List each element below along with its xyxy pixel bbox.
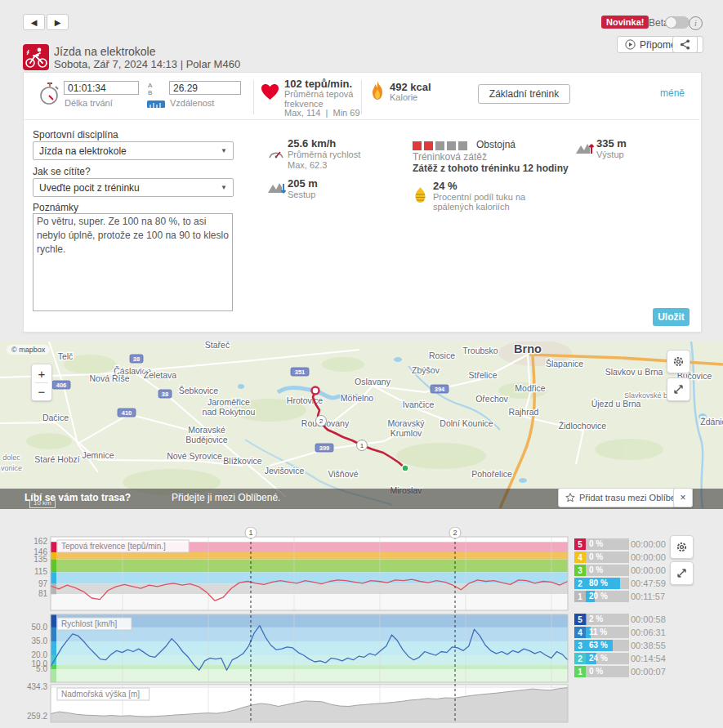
expand-icon [673, 384, 684, 395]
prev-session-button[interactable]: ◀ [23, 14, 45, 30]
svg-text:2: 2 [453, 529, 457, 537]
avg-speed-label: Průměrná rychlost [288, 150, 360, 159]
card-divider [24, 119, 699, 120]
summary-divider [253, 80, 254, 114]
less-link[interactable]: méně [660, 87, 685, 99]
fat-percent-label: Procentní podíl tuku na spálených kalori… [433, 192, 556, 212]
map-town-label: Troubsko [462, 346, 498, 355]
sport-discipline-label: Sportovní disciplína [33, 129, 118, 141]
zone-bar-track: 24 % [586, 653, 629, 664]
speed-zones-panel: 52 %00:00:58411 %00:06:31363 %00:38:5522… [574, 614, 672, 679]
map-zoom-controls: + − [31, 364, 52, 401]
hr-chart-label: Tepová frekvence [tepů/min.] [57, 540, 189, 552]
next-arrow-icon: ▶ [55, 18, 61, 27]
map-town-label: Šebkovice [179, 386, 219, 395]
map-settings-button[interactable] [667, 350, 690, 373]
map-town-label: dolec [2, 453, 20, 462]
notes-label: Poznámky [33, 202, 78, 213]
notes-textarea[interactable]: Po větru, super. Ze 100 na 80 %, to asi … [33, 213, 233, 311]
chevron-down-icon: ▼ [221, 147, 227, 154]
gear-icon [672, 355, 685, 368]
feeling-select[interactable]: Uveďte pocit z tréninku▼ [33, 178, 234, 197]
map-town-label: Židlochovice [559, 421, 607, 431]
load-square [435, 141, 444, 150]
map-town-label: Stařeč [205, 342, 230, 350]
elevation-chart-label: Nadmořská výška [m] [57, 688, 150, 700]
svg-text:2: 2 [319, 418, 324, 425]
route-map[interactable]: TelčStařečRosiceTroubskoBrnoŠlapaniceSla… [0, 342, 723, 509]
heart-rate-zones-panel: 50 %00:00:0040 %00:00:0030 %00:00:00280 … [574, 538, 672, 604]
zone-percent: 0 % [589, 539, 603, 548]
map-town-label: Šlapanice [546, 359, 583, 368]
hr-tick-label: 97 [38, 579, 48, 588]
zone-number-badge: 3 [574, 640, 586, 651]
fat-burn-icon [413, 186, 427, 207]
close-favorite-strip-button[interactable]: × [673, 488, 693, 507]
beta-toggle[interactable] [665, 16, 690, 29]
speed-chart: 50.035.020.010.05.0Rychlost [km/h] [32, 614, 568, 682]
map-town-label: Moravské [188, 425, 225, 435]
route-end-marker [312, 387, 319, 395]
heart-rate-label: Průměrná tepová frekvence [284, 89, 366, 109]
zone-number-badge: 5 [574, 538, 586, 550]
zone-bar-fill [586, 614, 587, 625]
chart-expand-button[interactable] [670, 561, 694, 585]
road-badge: 38 [130, 355, 143, 363]
map-town-label: Višňové [328, 469, 358, 479]
gear-icon [676, 541, 688, 553]
calories-value: 492 kcal [390, 81, 431, 93]
map-expand-button[interactable] [667, 377, 690, 401]
novinka-badge: Novinka! [601, 16, 649, 29]
zone-number-badge: 3 [574, 565, 586, 576]
hr-tick-label: 162 [33, 537, 47, 546]
map-town-label: Oslavany [355, 377, 391, 386]
svg-text:Nadmořská výška [m]: Nadmořská výška [m] [61, 690, 140, 699]
save-button[interactable]: Uložit [653, 308, 690, 326]
map-town-label: Krumlov [391, 428, 422, 438]
distance-label: Vzdálenost [170, 98, 214, 108]
share-button[interactable] [672, 36, 698, 53]
map-town-label: Dačice [42, 413, 69, 422]
speed-chart-label: Rychlost [km/h] [57, 618, 132, 630]
map-town-label: nad Rokytnou [203, 407, 256, 417]
map-scale: 10 km [29, 499, 56, 508]
zone-bar-track: 0 % [586, 552, 629, 563]
next-session-button[interactable]: ▶ [47, 14, 69, 30]
map-town-label: Rosice [429, 351, 455, 360]
svg-text:399: 399 [319, 444, 330, 452]
duration-input[interactable] [64, 81, 139, 95]
map-town-label: Rajhrad [509, 407, 539, 417]
map-town-label: Želetava [144, 370, 176, 380]
summary-divider-2 [361, 80, 362, 114]
zone-bar-track: 0 % [586, 666, 629, 677]
map-town-label: Budějovice [185, 435, 228, 444]
expand-icon [676, 568, 687, 578]
map-town-label: Jemnice [82, 450, 114, 460]
zoom-in-button[interactable]: + [38, 364, 46, 382]
page-subtitle: Sobota, Zář 7, 2024 14:13 | Polar M460 [54, 58, 240, 70]
road-badge: 399 [315, 444, 333, 452]
like-route-hint: Přidejte ji mezi Oblíbené. [172, 492, 280, 503]
distance-input[interactable] [169, 81, 241, 95]
svg-text:351: 351 [295, 368, 306, 376]
info-icon[interactable]: i [689, 16, 703, 30]
road-badge: 351 [291, 368, 309, 376]
training-charts[interactable]: 1621461351159781Tepová frekvence [tepů/m… [25, 527, 572, 728]
map-canvas: TelčStařečRosiceTroubskoBrnoŠlapaniceSla… [0, 342, 723, 509]
route-lap-marker: 1 [357, 440, 368, 451]
map-town-label: Hrotovice [287, 395, 324, 405]
ascent-label: Výstup [596, 150, 624, 159]
toggle-knob [666, 17, 676, 28]
chart-settings-button[interactable] [670, 535, 694, 559]
max-speed-label: Max, 62.3 [288, 160, 327, 170]
hr-zone-row: 40 %00:00:00 [574, 552, 670, 563]
speed-tick-label: 35.0 [32, 636, 48, 645]
zone-percent: 0 % [589, 552, 603, 561]
sport-discipline-select[interactable]: Jízda na elektrokole▼ [33, 141, 234, 160]
training-benefit-button[interactable]: Základní trénink [478, 84, 570, 104]
speed-zone-row: 224 %00:14:54 [574, 653, 670, 664]
zone-bar-track: 80 % [586, 578, 629, 589]
zone-percent: 0 % [589, 565, 603, 574]
zoom-out-button[interactable]: − [38, 383, 46, 400]
zone-time: 00:47:59 [631, 578, 666, 588]
